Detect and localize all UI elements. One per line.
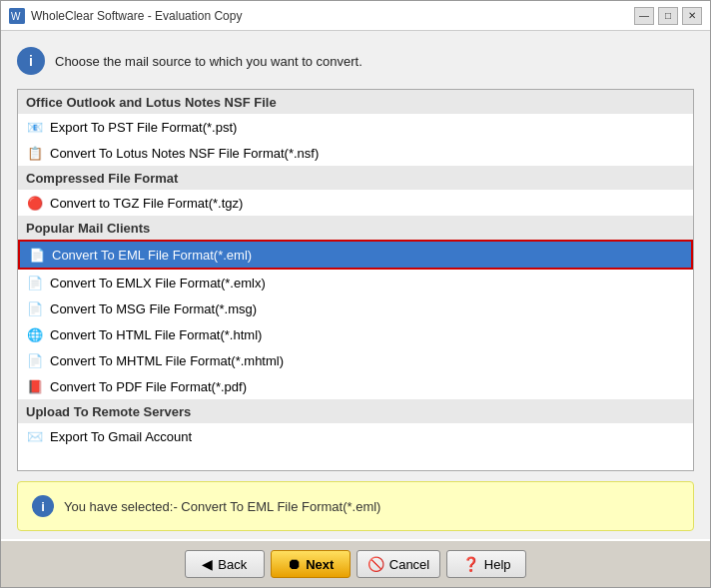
list-category: Office Outlook and Lotus Notes NSF File — [18, 90, 693, 114]
list-item-label: Convert To HTML File Format(*.html) — [50, 327, 262, 342]
help-icon: ❓ — [462, 556, 479, 572]
list-item-icon: 📄 — [26, 274, 44, 292]
next-icon: ⏺ — [287, 556, 301, 572]
next-button[interactable]: ⏺ Next — [271, 550, 351, 578]
list-item-icon: 🔴 — [26, 194, 44, 212]
list-item[interactable]: 📄Convert To MHTML File Format(*.mhtml) — [18, 347, 693, 373]
list-item-icon: 📕 — [26, 377, 44, 395]
list-category: Upload To Remote Servers — [18, 399, 693, 423]
svg-text:W: W — [11, 11, 21, 22]
list-category: Compressed File Format — [18, 166, 693, 190]
list-item-label: Convert To EML File Format(*.eml) — [52, 248, 252, 263]
back-icon: ◀ — [202, 556, 213, 572]
list-item-icon: 🌐 — [26, 325, 44, 343]
list-item[interactable]: 📕Convert To PDF File Format(*.pdf) — [18, 373, 693, 399]
list-item-label: Convert To PDF File Format(*.pdf) — [50, 379, 247, 394]
list-item-label: Convert To MSG File Format(*.msg) — [50, 301, 257, 316]
maximize-button[interactable]: □ — [658, 7, 678, 25]
window-title: WholeClear Software - Evaluation Copy — [31, 9, 634, 23]
list-item[interactable]: 📄Convert To MSG File Format(*.msg) — [18, 295, 693, 321]
list-item-icon: 📄 — [26, 299, 44, 317]
cancel-icon: 🚫 — [367, 556, 384, 572]
list-item-icon: ✉️ — [26, 427, 44, 445]
cancel-button[interactable]: 🚫 Cancel — [356, 550, 440, 578]
list-item[interactable]: 🔴Convert to TGZ File Format(*.tgz) — [18, 190, 693, 216]
list-item-icon: 📄 — [28, 246, 46, 264]
list-item[interactable]: 📋Convert To Lotus Notes NSF File Format(… — [18, 140, 693, 166]
list-item-label: Convert to TGZ File Format(*.tgz) — [50, 196, 243, 211]
list-item[interactable]: ✉️Export To Gmail Account — [18, 423, 693, 449]
minimize-button[interactable]: — — [634, 7, 654, 25]
list-item-icon: 📋 — [26, 144, 44, 162]
list-item[interactable]: 📄Convert To EMLX File Format(*.emlx) — [18, 270, 693, 295]
list-item-label: Export To PST File Format(*.pst) — [50, 120, 237, 135]
status-text: You have selected:- Convert To EML File … — [64, 499, 380, 514]
prompt-text: Choose the mail source to which you want… — [55, 54, 362, 69]
list-item-label: Convert To Lotus Notes NSF File Format(*… — [50, 146, 319, 161]
prompt-icon: i — [17, 47, 45, 75]
prompt-row: i Choose the mail source to which you wa… — [17, 43, 694, 79]
back-button[interactable]: ◀ Back — [185, 550, 265, 578]
titlebar: W WholeClear Software - Evaluation Copy … — [1, 1, 710, 31]
status-bar: i You have selected:- Convert To EML Fil… — [17, 481, 694, 531]
help-button[interactable]: ❓ Help — [446, 550, 526, 578]
app-icon: W — [9, 8, 25, 24]
list-item[interactable]: 📄Convert To EML File Format(*.eml) — [18, 240, 693, 270]
list-item-label: Export To Gmail Account — [50, 429, 192, 444]
list-item-icon: 📧 — [26, 118, 44, 136]
list-item-label: Convert To MHTML File Format(*.mhtml) — [50, 353, 284, 368]
main-content: i Choose the mail source to which you wa… — [1, 31, 710, 539]
main-window: W WholeClear Software - Evaluation Copy … — [0, 0, 711, 588]
list-category: Popular Mail Clients — [18, 216, 693, 240]
list-item[interactable]: 📧Export To PST File Format(*.pst) — [18, 114, 693, 140]
list-item[interactable]: 🌐Convert To HTML File Format(*.html) — [18, 321, 693, 347]
list-item-icon: 📄 — [26, 351, 44, 369]
list-item-label: Convert To EMLX File Format(*.emlx) — [50, 276, 266, 291]
status-icon: i — [32, 495, 54, 517]
window-controls: — □ ✕ — [634, 7, 702, 25]
close-button[interactable]: ✕ — [682, 7, 702, 25]
button-bar: ◀ Back ⏺ Next 🚫 Cancel ❓ Help — [1, 539, 710, 587]
source-list[interactable]: Office Outlook and Lotus Notes NSF File📧… — [17, 89, 694, 471]
